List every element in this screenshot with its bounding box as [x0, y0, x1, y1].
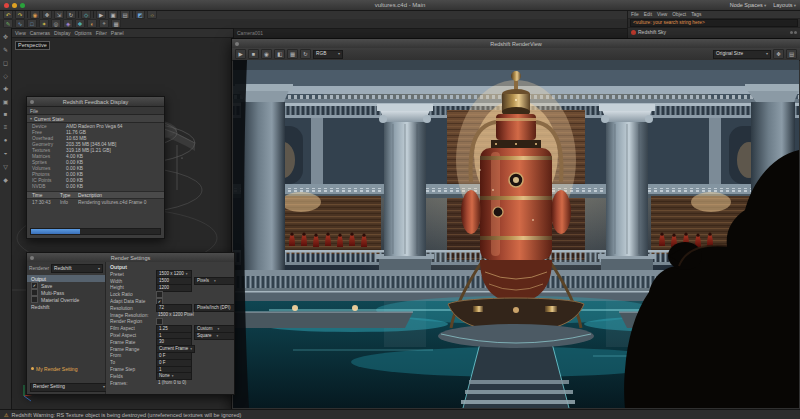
close-window-button[interactable]	[4, 3, 9, 8]
renderview-right-icons: ✥▤	[773, 49, 797, 59]
start-render-icon[interactable]: ▶	[235, 49, 246, 59]
zoom-dropdown[interactable]: Original Size	[713, 50, 771, 59]
render-setting-button[interactable]: Render Setting	[30, 383, 108, 392]
grid-icon[interactable]: ▦	[111, 19, 121, 28]
render-settings-section[interactable]: Material Override	[27, 296, 105, 303]
renderview-left-icons: ▶■◉◧▦↻	[235, 49, 311, 59]
render-view-icon[interactable]: ▶	[96, 10, 106, 19]
diamond-icon[interactable]: ◆	[1, 175, 10, 183]
object-search-input[interactable]: <vulture: your search string here>	[630, 19, 798, 27]
viewport-menu[interactable]: Display	[54, 30, 70, 36]
environment-icon[interactable]: ☼	[147, 10, 157, 19]
viewport-menu[interactable]: Cameras	[30, 30, 50, 36]
render-settings-section[interactable]: Redshift	[27, 303, 105, 310]
channel-dropdown[interactable]: RGB	[313, 50, 343, 59]
light-icon[interactable]: ✦	[39, 19, 49, 28]
close-icon[interactable]	[235, 42, 239, 46]
select-tool-icon[interactable]: ✥	[1, 32, 10, 40]
material-icon[interactable]: ◩	[135, 10, 145, 19]
setting-value-field[interactable]: 1500 x 1200 Pixel	[156, 312, 196, 318]
mograph-icon[interactable]: ❖	[75, 19, 85, 28]
titlebar-menu[interactable]: Node Spaces	[730, 2, 767, 8]
layers-icon[interactable]: ▣	[1, 97, 10, 105]
undo-icon[interactable]: ↶	[3, 10, 13, 19]
object-manager-menu[interactable]: File	[631, 12, 639, 17]
separator[interactable]	[132, 11, 133, 18]
object-list-item[interactable]: Redshift Sky	[628, 28, 800, 36]
solid-icon[interactable]: ■	[1, 110, 10, 118]
section-checkbox[interactable]	[31, 289, 38, 296]
renderer-label: Renderer	[29, 266, 49, 271]
object-manager-menu[interactable]: View	[657, 12, 667, 17]
chevron-down-icon[interactable]: ▾	[30, 116, 32, 121]
close-icon[interactable]	[30, 256, 34, 260]
visibility-toggles[interactable]	[790, 31, 797, 34]
cone-icon[interactable]: ▽	[1, 162, 10, 170]
rendered-image[interactable]	[233, 60, 799, 408]
rotate-icon[interactable]: ↻	[66, 10, 76, 19]
half-sphere-icon[interactable]: ◒	[1, 149, 10, 157]
camera-icon[interactable]: ◎	[51, 19, 61, 28]
render-picture-viewer-icon[interactable]: ▣	[108, 10, 118, 19]
render-settings-icon[interactable]: ▤	[120, 10, 130, 19]
feedback-file-menu[interactable]: File	[30, 108, 38, 114]
object-manager-menu[interactable]: Object	[672, 12, 686, 17]
ipr-refresh-icon[interactable]: ↻	[300, 49, 311, 59]
render-settings-section[interactable]: Multi-Pass	[27, 289, 105, 296]
titlebar-menu[interactable]: Layouts	[773, 2, 796, 8]
object-manager-menu[interactable]: Edit	[644, 12, 652, 17]
active-render-setting[interactable]: My Render Setting	[27, 365, 105, 372]
simulate-icon[interactable]: ◐	[87, 19, 97, 28]
sphere-icon[interactable]: ●	[1, 136, 10, 144]
viewport-camera-label[interactable]: Perspective	[15, 41, 50, 50]
setting-row: Resolution 72 Pixels/Inch (DPI)	[110, 305, 230, 312]
close-icon[interactable]	[30, 100, 34, 104]
status-bar: ⚠ Redshift Warning: RS Texture object is…	[0, 409, 800, 419]
feedback-menu-bar: File	[27, 107, 164, 115]
section-checkbox[interactable]	[31, 296, 38, 303]
setting-row: Fields None	[110, 373, 230, 380]
render-settings-section[interactable]: Save	[27, 282, 105, 289]
live-selection-icon[interactable]: ◉	[30, 10, 40, 19]
scale-icon[interactable]: ⇲	[54, 10, 64, 19]
pan-icon[interactable]: ✥	[773, 49, 784, 59]
log-row[interactable]: 17:30:43 Info Rendering vultures.c4d Fra…	[27, 199, 164, 205]
coordinate-system-icon[interactable]: ◇	[81, 10, 91, 19]
redshift-renderview-window: Redshift RenderView ▶■◉◧▦↻ RGB Original …	[231, 38, 800, 411]
deformer-icon[interactable]: ◈	[63, 19, 73, 28]
log-table-header: Time Type Description	[27, 191, 164, 199]
viewport-menu[interactable]: Panel	[111, 30, 124, 36]
view-settings-icon[interactable]: ▤	[786, 49, 797, 59]
setting-value-field[interactable]: 1 (from 0 to 0)	[156, 380, 188, 386]
ab-compare-icon[interactable]: ◧	[274, 49, 285, 59]
pen-tool-icon[interactable]: ✎	[1, 45, 10, 53]
polygon-tool-icon[interactable]: ◇	[1, 71, 10, 79]
rectangle-tool-icon[interactable]: ◻	[1, 58, 10, 66]
separator[interactable]	[93, 11, 94, 18]
viewport-menu[interactable]: Options	[74, 30, 91, 36]
add-icon[interactable]: ✚	[1, 84, 10, 92]
render-settings-section[interactable]: Output	[27, 275, 105, 282]
zoom-window-button[interactable]	[20, 3, 25, 8]
list-icon[interactable]: ≡	[1, 123, 10, 131]
spline-icon[interactable]: ∿	[15, 19, 25, 28]
separator[interactable]	[27, 11, 28, 18]
bucket-render-icon[interactable]: ▦	[287, 49, 298, 59]
render-progress-bar	[30, 228, 161, 235]
move-icon[interactable]: ✥	[42, 10, 52, 19]
object-manager-menu[interactable]: Tags	[691, 12, 701, 17]
feedback-title-bar[interactable]: Redshift Feedback Display	[27, 97, 164, 107]
separator[interactable]	[78, 11, 79, 18]
minimize-window-button[interactable]	[12, 3, 17, 8]
section-checkbox[interactable]	[31, 282, 38, 289]
feedback-current-state: ▾ Current State	[27, 115, 164, 123]
pen-icon[interactable]: ✎	[3, 19, 13, 28]
snap-icon[interactable]: ⌖	[99, 19, 109, 28]
viewport-menu[interactable]: View	[15, 30, 26, 36]
renderer-dropdown[interactable]: Redshift	[51, 264, 103, 273]
viewport-menu[interactable]: Filter	[96, 30, 107, 36]
redo-icon[interactable]: ↷	[15, 10, 25, 19]
primitive-cube-icon[interactable]: □	[27, 19, 37, 28]
snapshot-icon[interactable]: ◉	[261, 49, 272, 59]
stop-render-icon[interactable]: ■	[248, 49, 259, 59]
